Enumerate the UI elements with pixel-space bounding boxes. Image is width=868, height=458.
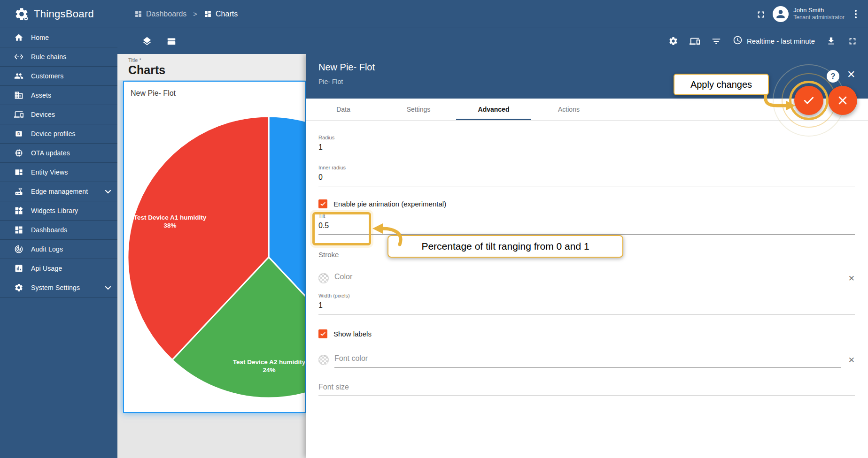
panel-title: New Pie- Flot [318,62,868,73]
pie-label-a2-percent: 24% [263,366,275,374]
dashboards-icon [14,225,23,235]
more-menu-icon[interactable] [852,8,860,20]
radius-field[interactable]: Radius 1 [318,135,855,156]
tilt-field[interactable]: Tilt 0.5 [318,213,855,235]
dashboard-settings-icon[interactable] [668,36,678,46]
stroke-width-field[interactable]: Width (pixels) 1 [318,293,855,314]
devices-icon [14,110,23,119]
svg-text:D: D [17,131,20,136]
sidebar-item-customers[interactable]: Customers [0,67,117,86]
stroke-color-input[interactable]: Color [334,270,841,286]
dashboard-title[interactable]: Charts [128,63,306,77]
dashboard-canvas: New Pie- Flot Test Device A1 humidity 38… [117,80,306,458]
chevron-down-icon [105,283,111,292]
check-icon [320,331,326,337]
dashboard-titlebar: Title * Charts [117,54,306,80]
pie-widget-card[interactable]: New Pie- Flot Test Device A1 humidity 38… [123,81,306,413]
breadcrumb-separator: > [193,10,197,18]
assets-icon [14,91,23,100]
tab-advanced[interactable]: Advanced [456,99,531,120]
sidebar-item-system-settings[interactable]: System Settings [0,278,117,298]
sidebar-item-home[interactable]: Home [0,28,117,47]
enable-animation-checkbox[interactable] [318,199,327,208]
advanced-settings-form: Radius 1 Inner radius 0 Enable pie anima… [306,121,868,405]
rule-chains-icon [14,52,23,61]
entity-aliases-icon[interactable] [690,36,700,46]
widget-title: New Pie- Flot [131,89,176,98]
font-color-input[interactable]: Font color [334,351,841,368]
sidebar-item-device-profiles[interactable]: D Device profiles [0,124,117,144]
breadcrumb-dashboards[interactable]: Dashboards [134,10,186,18]
check-icon [320,201,326,207]
dashboard-grid-icon [204,10,212,18]
enable-animation-row: Enable pie animation (experimental) [318,199,855,208]
user-menu[interactable]: John Smith Tenant administrator [773,6,845,22]
breadcrumb-charts[interactable]: Charts [204,10,238,18]
apply-changes-button[interactable] [794,86,823,115]
entity-views-icon [14,168,23,177]
sidebar-item-assets[interactable]: Assets [0,86,117,105]
widget-edit-panel: New Pie- Flot Pie- Flot ? ✕ Apply change… [306,54,868,458]
device-profiles-icon: D [14,129,23,138]
pie-label-a1: Test Device A1 humidity [134,214,207,221]
fullscreen-icon[interactable] [756,9,765,19]
sidebar-item-ota-updates[interactable]: OTA updates [0,144,117,163]
tab-settings[interactable]: Settings [381,99,456,120]
radius-label: Radius [318,135,855,140]
clear-icon[interactable]: ✕ [848,275,855,282]
color-swatch-icon[interactable] [318,273,329,283]
help-icon[interactable]: ? [827,70,839,83]
brand-logo[interactable]: ThingsBoard [0,0,117,28]
tab-data[interactable]: Data [306,99,381,120]
stroke-width-input[interactable]: 1 [318,298,855,314]
clear-icon[interactable]: ✕ [848,356,855,364]
avatar [773,6,789,22]
sidebar-nav: Home Rule chains Customers Assets Device… [0,28,117,458]
layers-icon[interactable] [142,36,152,46]
header-right: John Smith Tenant administrator [756,6,868,22]
timewindow-label: Realtime - last minute [747,37,815,45]
tilt-input[interactable]: 0.5 [318,219,855,235]
sidebar-item-entity-views[interactable]: Entity Views [0,163,117,182]
show-labels-checkbox[interactable] [318,329,327,338]
font-size-input[interactable]: Font size [318,380,855,396]
top-header: ThingsBoard Dashboards > Charts John Smi… [0,0,868,28]
sidebar-item-rule-chains[interactable]: Rule chains [0,47,117,67]
stroke-color-field[interactable]: Color ✕ [318,270,855,286]
radius-input[interactable]: 1 [318,140,855,156]
sidebar-item-dashboards[interactable]: Dashboards [0,221,117,240]
edge-management-icon [14,187,23,196]
chevron-down-icon [105,187,111,196]
check-icon [803,94,815,107]
audit-logs-icon [14,244,23,254]
discard-changes-button[interactable] [828,86,857,115]
show-labels-row: Show labels [318,329,855,338]
inner-radius-input[interactable]: 0 [318,170,855,186]
clock-icon [733,35,743,47]
widgets-library-icon [14,206,23,215]
sidebar-item-widgets-library[interactable]: Widgets Library [0,201,117,221]
font-color-field[interactable]: Font color ✕ [318,351,855,368]
sidebar-item-edge-management[interactable]: Edge management [0,182,117,201]
filter-icon[interactable] [711,36,721,46]
api-usage-icon [14,264,23,273]
font-size-field[interactable]: Font size [318,380,855,396]
manage-layouts-icon[interactable] [166,36,177,46]
color-swatch-icon[interactable] [318,355,329,365]
inner-radius-label: Inner radius [318,165,855,170]
tab-actions[interactable]: Actions [531,99,606,120]
sidebar-item-audit-logs[interactable]: Audit Logs [0,240,117,259]
fullscreen-icon[interactable] [847,36,858,46]
sidebar-item-devices[interactable]: Devices [0,105,117,124]
close-icon[interactable]: ✕ [847,69,855,80]
dashboard-toolbar: Realtime - last minute [117,28,868,54]
brand-name: ThingsBoard [34,8,94,20]
customers-icon [14,71,23,81]
tilt-tooltip: Percentage of tilt ranging from 0 and 1 [388,235,623,258]
inner-radius-field[interactable]: Inner radius 0 [318,165,855,186]
sidebar-item-api-usage[interactable]: Api Usage [0,259,117,278]
enable-animation-label: Enable pie animation (experimental) [333,200,446,208]
timewindow-button[interactable]: Realtime - last minute [733,35,815,47]
download-icon[interactable] [826,36,836,46]
show-labels-label: Show labels [333,330,372,338]
